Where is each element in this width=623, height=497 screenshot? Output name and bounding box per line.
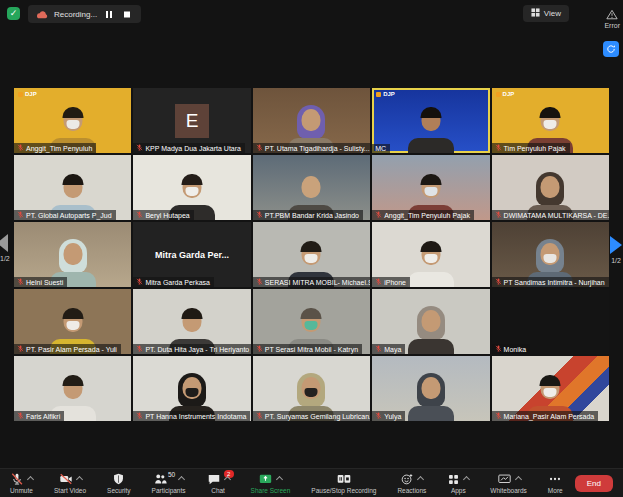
next-page-arrow[interactable]: 1/2 [610,236,622,264]
chevron-up-icon[interactable] [515,476,522,483]
mic-muted-icon [256,345,263,353]
chevron-up-icon[interactable] [224,476,231,483]
mic-muted-icon [136,144,143,152]
mic-muted-icon [17,412,24,420]
error-label: Error [604,22,620,29]
toolbar-whiteboards[interactable]: Whiteboards [490,469,527,497]
participant-tile[interactable]: Maya [372,289,489,354]
participant-video-figure [401,306,461,354]
chevron-up-icon[interactable] [178,476,185,483]
toolbar-chat[interactable]: 2Chat [207,469,230,497]
participant-tile[interactable]: PT.PBM Bandar Krida Jasindo [253,155,370,220]
chevron-up-icon[interactable] [463,476,470,483]
mic-muted-icon [17,278,24,286]
participant-nameplate: Yulya [372,411,405,421]
more-icon [548,472,562,490]
participant-tile[interactable]: DJPTim Penyuluh Pajak [492,88,609,153]
participant-nameplate: Maya [372,344,405,354]
toolbar-start-video[interactable]: Start Video [54,469,86,497]
error-indicator[interactable]: Error [604,9,620,29]
stop-recording-button[interactable] [121,10,133,19]
participant-name: Mariana_Pasir Alam Persada [504,413,595,420]
end-button[interactable]: End [575,475,613,492]
participant-tile[interactable]: PT. Utama Tigadihardja - Sulisty... [253,88,370,153]
participant-name: SERASI MITRA MOBIL- Michael.S [265,279,370,286]
participant-tile[interactable]: Faris Alfikri [14,356,131,421]
refresh-icon [606,40,616,58]
participant-nameplate: iPhone [372,277,410,287]
participant-tile[interactable]: PT Hanna Instruments Indotama [133,356,250,421]
mic-muted-icon [17,211,24,219]
participant-nameplate: KPP Madya Dua Jakarta Utara [133,143,245,153]
mic-muted-icon [375,412,382,420]
chevron-up-icon[interactable] [27,476,34,483]
djp-logo-mark [496,92,501,97]
toolbar-share-screen[interactable]: Share Screen [251,469,291,497]
mic-muted-icon [136,345,143,353]
pause-recording-button[interactable] [103,10,115,19]
participant-tile[interactable]: PT. Global Autoparts P_Jud [14,155,131,220]
view-button[interactable]: View [523,5,569,22]
mic-muted-icon [495,345,502,353]
toolbar-participants[interactable]: 50Participants [152,469,186,497]
participant-tile[interactable]: PT. Suryamas Gemilang Lubrican... [253,356,370,421]
djp-logo: DJP [376,91,395,97]
toolbar-more[interactable]: More [548,469,563,497]
chevron-left-icon [0,234,8,252]
participants-count: 50 [168,471,175,478]
reactions-icon [400,472,414,490]
participant-name: PT. Global Autoparts P_Jud [26,212,112,219]
participant-tile[interactable]: PT. Pasir Alam Persada - Yuli [14,289,131,354]
toolbar-pause-stop-recording[interactable]: Pause/Stop Recording [311,469,376,497]
mic-muted-icon [495,211,502,219]
participant-nameplate: PT Hanna Instruments Indotama [133,411,250,421]
participant-tile[interactable]: PT Sandimas Intimitra - Nurjihan [492,222,609,287]
djp-logo-mark [18,92,23,97]
toolbar-apps[interactable]: Apps [447,469,469,497]
participant-nameplate: Beryl Hutapea [133,210,193,220]
participant-tile[interactable]: Yulya [372,356,489,421]
participant-nameplate: PT. Utama Tigadihardja - Sulisty... [253,143,370,153]
participant-tile[interactable]: PT. Duta Hita Jaya - Tri Heriyanto [133,289,250,354]
grid-view-icon [531,8,540,19]
participant-name: iPhone [384,279,406,286]
mic-muted-icon [495,278,502,286]
participant-nameplate: Tim Penyuluh Pajak [492,143,570,153]
participant-name: Maya [384,346,401,353]
avatar-initial: E [175,104,209,138]
participant-tile[interactable]: iPhone [372,222,489,287]
djp-logo: DJP [496,91,515,97]
top-bar: ✓ Recording... View [0,0,597,30]
bottom-toolbar: UnmuteStart VideoSecurity50Participants2… [0,468,623,497]
participant-tile[interactable]: SERASI MITRA MOBIL- Michael.S [253,222,370,287]
participant-tile[interactable]: Mitra Garda Per...Mitra Garda Perkasa [133,222,250,287]
participant-tile[interactable]: DJPAnggit_Tim Penyuluh [14,88,131,153]
toolbar-reactions[interactable]: Reactions [397,469,426,497]
chevron-up-icon[interactable] [276,476,283,483]
participant-tile[interactable]: DWIMATAMA MULTIKARSA - DE... [492,155,609,220]
participant-tile[interactable]: EKPP Madya Dua Jakarta Utara [133,88,250,153]
previous-page-arrow[interactable]: 1/2 [0,234,10,262]
participant-tile[interactable]: Mariana_Pasir Alam Persada [492,356,609,421]
refresh-button[interactable] [603,41,619,57]
encryption-shield-icon[interactable]: ✓ [7,7,20,20]
chevron-up-icon[interactable] [75,476,82,483]
toolbar-unmute[interactable]: Unmute [10,469,33,497]
participant-display-name: Mitra Garda Per... [155,250,229,260]
participant-tile[interactable]: Helni Suesti [14,222,131,287]
participant-tile[interactable]: DJPMC [372,88,489,153]
mic-muted-icon [375,345,382,353]
participant-tile[interactable]: Anggit_Tim Penyuluh Pajak [372,155,489,220]
mic-muted-icon [375,278,382,286]
participant-name: PT. Duta Hita Jaya - Tri Heriyanto [145,346,249,353]
pause-stop-icon [336,472,352,490]
toolbar-security[interactable]: Security [107,469,130,497]
chevron-up-icon[interactable] [417,476,424,483]
participant-name: PT. Pasir Alam Persada - Yuli [26,346,117,353]
participant-tile[interactable]: Beryl Hutapea [133,155,250,220]
recording-indicator: Recording... [28,5,141,23]
chevron-right-icon [610,236,622,254]
participant-name: PT Sandimas Intimitra - Nurjihan [504,279,605,286]
participant-tile[interactable]: PT Serasi Mitra Mobil - Katryn [253,289,370,354]
participant-tile[interactable]: Monika [492,289,609,354]
